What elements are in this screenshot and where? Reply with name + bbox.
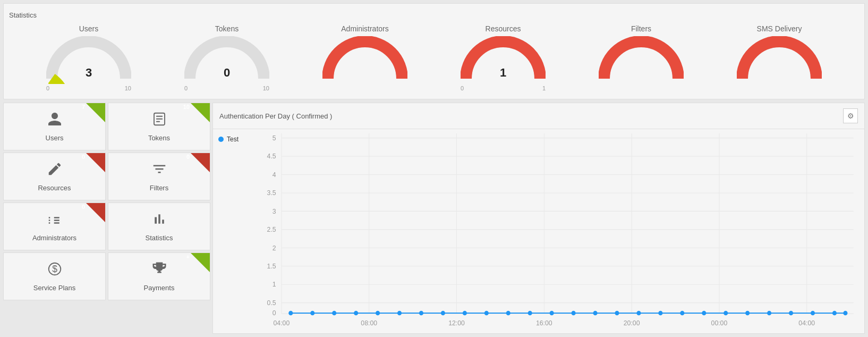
administrators-icon xyxy=(47,211,63,231)
badge-tokens: 10 xyxy=(191,103,210,122)
nav-item-statistics[interactable]: Statistics xyxy=(108,203,210,250)
badge-administrators: 0 xyxy=(86,203,105,222)
gauge-minmax: 010 xyxy=(46,85,131,91)
svg-text:12:00: 12:00 xyxy=(448,319,465,326)
svg-text:04:00: 04:00 xyxy=(274,319,290,326)
svg-text:0: 0 xyxy=(273,309,276,317)
gauge-item: Administrators xyxy=(312,24,418,84)
badge-number-filters: 0 xyxy=(186,154,190,160)
chart-panel: Authentication Per Day ( Confirmed ) ⚙ T… xyxy=(212,103,865,334)
nav-item-service-plans[interactable]: $Service Plans xyxy=(3,252,106,300)
svg-point-46 xyxy=(376,311,380,316)
svg-text:1.5: 1.5 xyxy=(267,263,276,270)
svg-point-60 xyxy=(680,311,684,316)
svg-point-49 xyxy=(441,311,445,316)
svg-text:1: 1 xyxy=(273,281,276,288)
svg-point-59 xyxy=(658,311,662,316)
svg-point-55 xyxy=(571,311,575,316)
statistics-title: Statistics xyxy=(4,9,864,24)
badge-number-tokens: 10 xyxy=(183,104,190,110)
svg-text:20:00: 20:00 xyxy=(624,319,640,326)
gauge-label: Users xyxy=(79,24,99,33)
nav-grid: 7Users10Tokens0Resources0Filters0Adminis… xyxy=(3,103,210,334)
legend-item: Test xyxy=(218,136,261,143)
nav-item-payments[interactable]: +Payments xyxy=(108,252,210,300)
svg-text:2.5: 2.5 xyxy=(267,226,276,233)
svg-rect-1 xyxy=(156,116,163,117)
svg-point-58 xyxy=(636,311,641,316)
nav-label-administrators: Administrators xyxy=(32,234,76,242)
statistics-panel: Statistics Users3010Tokens0010Administra… xyxy=(3,3,865,99)
svg-text:2: 2 xyxy=(273,244,276,251)
svg-text:5: 5 xyxy=(273,134,276,142)
nav-label-service-plans: Service Plans xyxy=(33,284,75,292)
svg-point-57 xyxy=(615,311,619,316)
gauge-value: 0 xyxy=(224,66,230,80)
svg-point-68 xyxy=(843,311,847,316)
svg-point-47 xyxy=(397,311,402,316)
nav-label-resources: Resources xyxy=(38,184,71,192)
svg-point-48 xyxy=(419,311,423,316)
gauge-item: Filters xyxy=(588,24,694,84)
nav-label-statistics: Statistics xyxy=(145,234,173,242)
svg-text:00:00: 00:00 xyxy=(711,319,728,326)
gauge-value: 1 xyxy=(500,66,506,80)
svg-point-56 xyxy=(593,311,597,316)
tokens-icon xyxy=(151,111,167,131)
gauge-item: Tokens0010 xyxy=(174,24,280,91)
legend-dot xyxy=(218,137,224,142)
svg-point-63 xyxy=(745,311,750,316)
svg-point-65 xyxy=(789,311,793,316)
svg-point-42 xyxy=(288,311,293,316)
gauge-minmax: 010 xyxy=(184,85,269,91)
nav-item-users[interactable]: 7Users xyxy=(3,103,106,150)
nav-label-payments: Payments xyxy=(144,284,175,292)
gauge-label: Resources xyxy=(486,24,521,33)
nav-item-resources[interactable]: 0Resources xyxy=(3,153,106,200)
gauge-minmax: 01 xyxy=(461,85,546,91)
svg-text:16:00: 16:00 xyxy=(536,319,552,326)
svg-point-67 xyxy=(832,311,837,316)
svg-point-61 xyxy=(702,311,706,316)
nav-label-filters: Filters xyxy=(150,184,168,192)
chart-svg: 5 4.5 4 3.5 3 2.5 2 1.5 1 0.5 0 xyxy=(261,133,859,328)
main-container: Statistics Users3010Tokens0010Administra… xyxy=(0,0,868,337)
chart-title: Authentication Per Day ( Confirmed ) xyxy=(219,112,332,120)
badge-users: 7 xyxy=(86,103,105,122)
gauge-label: SMS Delivery xyxy=(757,24,802,33)
nav-label-tokens: Tokens xyxy=(148,134,170,142)
nav-item-administrators[interactable]: 0Administrators xyxy=(3,203,106,250)
gauge-label: Filters xyxy=(631,24,651,33)
gauge-item: SMS Delivery xyxy=(726,24,832,84)
svg-point-62 xyxy=(724,311,728,316)
nav-item-filters[interactable]: 0Filters xyxy=(108,153,210,200)
gear-button[interactable]: ⚙ xyxy=(843,108,858,123)
svg-text:0.5: 0.5 xyxy=(267,299,276,307)
filters-icon xyxy=(151,161,167,181)
svg-text:08:00: 08:00 xyxy=(361,319,377,326)
svg-text:3: 3 xyxy=(273,207,276,215)
payments-icon xyxy=(151,261,167,281)
badge-number-resources: 0 xyxy=(82,154,85,160)
svg-text:$: $ xyxy=(52,264,57,274)
chart-area: 5 4.5 4 3.5 3 2.5 2 1.5 1 0.5 0 xyxy=(261,133,859,328)
svg-point-43 xyxy=(310,311,314,316)
statistics-icon xyxy=(151,211,167,231)
bottom-row: 7Users10Tokens0Resources0Filters0Adminis… xyxy=(3,103,865,334)
nav-item-tokens[interactable]: 10Tokens xyxy=(108,103,210,150)
gauge-item: Users3010 xyxy=(36,24,142,91)
gauge-label: Tokens xyxy=(215,24,239,33)
badge-number-payments: + xyxy=(186,254,190,260)
nav-label-users: Users xyxy=(46,134,64,142)
gauge-wrapper: 0 xyxy=(184,36,269,84)
badge-payments: + xyxy=(191,253,210,272)
badge-number-administrators: 0 xyxy=(82,204,85,210)
badge-filters: 0 xyxy=(191,153,210,172)
gauge-item: Resources101 xyxy=(450,24,556,91)
svg-rect-2 xyxy=(156,119,163,120)
gauge-wrapper: 3 xyxy=(46,36,131,84)
svg-text:4: 4 xyxy=(273,171,276,179)
gauges-row: Users3010Tokens0010AdministratorsResourc… xyxy=(4,24,864,91)
svg-point-53 xyxy=(528,311,532,316)
svg-point-51 xyxy=(484,311,489,316)
